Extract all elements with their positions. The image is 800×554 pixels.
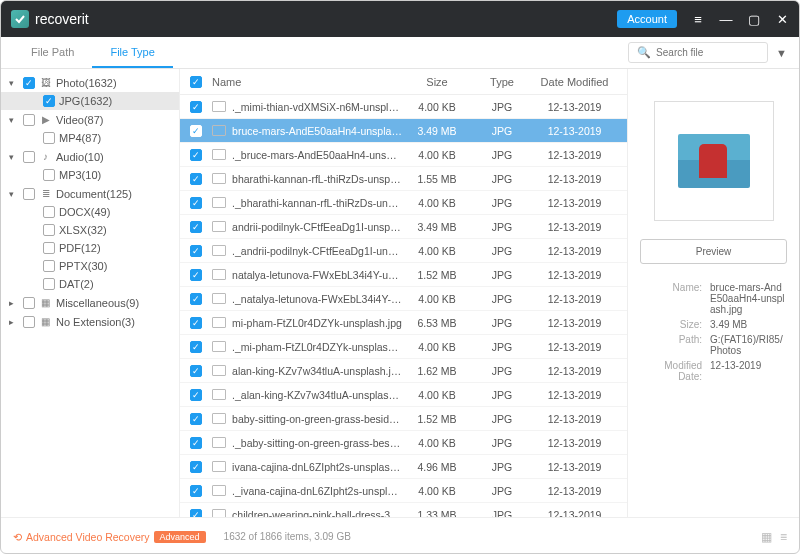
tab-file-path[interactable]: File Path <box>13 38 92 68</box>
table-row[interactable]: ✓ ivana-cajina-dnL6ZIpht2s-unsplash.jpg … <box>180 455 627 479</box>
preview-button[interactable]: Preview <box>640 239 787 264</box>
maximize-icon[interactable]: ▢ <box>747 12 761 26</box>
minimize-icon[interactable]: — <box>719 12 733 26</box>
file-icon <box>212 461 226 472</box>
row-checkbox[interactable]: ✓ <box>190 389 202 401</box>
table-row[interactable]: ✓ ._ivana-cajina-dnL6ZIpht2s-unsplash...… <box>180 479 627 503</box>
table-row[interactable]: ✓ children-wearing-pink-ball-dress-360..… <box>180 503 627 517</box>
table-row[interactable]: ✓ mi-pham-FtZL0r4DZYk-unsplash.jpg 6.53 … <box>180 311 627 335</box>
status-bar: ⟲ Advanced Video Recovery Advanced 1632 … <box>1 517 799 554</box>
sidebar-category[interactable]: ▸▦No Extension(3) <box>1 312 179 331</box>
table-body: ✓ ._mimi-thian-vdXMSiX-n6M-unsplash... 4… <box>180 95 627 517</box>
menu-icon[interactable]: ≡ <box>691 12 705 26</box>
table-row[interactable]: ✓ ._alan-king-KZv7w34tluA-unsplash.jpg 4… <box>180 383 627 407</box>
meta-size: 3.49 MB <box>710 319 787 330</box>
row-checkbox[interactable]: ✓ <box>190 149 202 161</box>
table-header: ✓ Name Size Type Date Modified <box>180 69 627 95</box>
col-type[interactable]: Type <box>472 76 532 88</box>
file-icon <box>212 221 226 232</box>
app-logo: recoverit <box>11 10 89 28</box>
sidebar-item[interactable]: MP4(87) <box>1 129 179 147</box>
row-checkbox[interactable]: ✓ <box>190 221 202 233</box>
table-row[interactable]: ✓ andrii-podilnyk-CFtfEeaDg1I-unspla... … <box>180 215 627 239</box>
file-icon <box>212 245 226 256</box>
sidebar-item[interactable]: DOCX(49) <box>1 203 179 221</box>
advanced-video-recovery[interactable]: ⟲ Advanced Video Recovery Advanced <box>13 531 206 543</box>
status-text: 1632 of 1866 items, 3.09 GB <box>224 531 351 542</box>
file-icon <box>212 485 226 496</box>
col-size[interactable]: Size <box>402 76 472 88</box>
file-list: ✓ Name Size Type Date Modified ✓ ._mimi-… <box>180 69 628 517</box>
row-checkbox[interactable]: ✓ <box>190 173 202 185</box>
list-view-icon[interactable]: ≡ <box>780 530 787 544</box>
file-icon <box>212 197 226 208</box>
table-row[interactable]: ✓ ._baby-sitting-on-green-grass-beside..… <box>180 431 627 455</box>
titlebar: recoverit Account ≡ — ▢ ✕ <box>1 1 799 37</box>
file-icon <box>212 341 226 352</box>
row-checkbox[interactable]: ✓ <box>190 341 202 353</box>
table-row[interactable]: ✓ ._bruce-mars-AndE50aaHn4-unsplas... 4.… <box>180 143 627 167</box>
sidebar-item[interactable]: MP3(10) <box>1 166 179 184</box>
file-icon <box>212 101 226 112</box>
preview-image <box>654 101 774 221</box>
row-checkbox[interactable]: ✓ <box>190 437 202 449</box>
sidebar: ▾✓🖼Photo(1632)✓JPG(1632)▾▶Video(87)MP4(8… <box>1 69 180 517</box>
file-icon <box>212 173 226 184</box>
row-checkbox[interactable]: ✓ <box>190 245 202 257</box>
col-date[interactable]: Date Modified <box>532 76 617 88</box>
table-row[interactable]: ✓ ._natalya-letunova-FWxEbL34i4Y-uns... … <box>180 287 627 311</box>
close-icon[interactable]: ✕ <box>775 12 789 26</box>
table-row[interactable]: ✓ ._mimi-thian-vdXMSiX-n6M-unsplash... 4… <box>180 95 627 119</box>
select-all-cb[interactable]: ✓ <box>190 76 202 88</box>
tab-file-type[interactable]: File Type <box>92 38 172 68</box>
sidebar-category[interactable]: ▾≣Document(125) <box>1 184 179 203</box>
meta-path: G:(FAT16)/RI85/Photos <box>710 334 787 356</box>
table-row[interactable]: ✓ bruce-mars-AndE50aaHn4-unsplash... 3.4… <box>180 119 627 143</box>
table-row[interactable]: ✓ baby-sitting-on-green-grass-beside-...… <box>180 407 627 431</box>
row-checkbox[interactable]: ✓ <box>190 413 202 425</box>
preview-panel: Preview Name:bruce-mars-AndE50aaHn4-unsp… <box>628 69 799 517</box>
sidebar-category[interactable]: ▾✓🖼Photo(1632) <box>1 73 179 92</box>
row-checkbox[interactable]: ✓ <box>190 461 202 473</box>
advanced-badge: Advanced <box>154 531 206 543</box>
table-row[interactable]: ✓ ._mi-pham-FtZL0r4DZYk-unsplash.jpg 4.0… <box>180 335 627 359</box>
filter-icon[interactable]: ▼ <box>776 47 787 59</box>
file-icon <box>212 269 226 280</box>
meta-name: bruce-mars-AndE50aaHn4-unsplash.jpg <box>710 282 787 315</box>
sidebar-item[interactable]: PDF(12) <box>1 239 179 257</box>
file-icon <box>212 125 226 136</box>
row-checkbox[interactable]: ✓ <box>190 101 202 113</box>
sidebar-item[interactable]: DAT(2) <box>1 275 179 293</box>
row-checkbox[interactable]: ✓ <box>190 317 202 329</box>
table-row[interactable]: ✓ bharathi-kannan-rfL-thiRzDs-unspla... … <box>180 167 627 191</box>
table-row[interactable]: ✓ ._bharathi-kannan-rfL-thiRzDs-unspl...… <box>180 191 627 215</box>
row-checkbox[interactable]: ✓ <box>190 125 202 137</box>
sidebar-item[interactable]: ✓JPG(1632) <box>1 92 179 110</box>
sidebar-category[interactable]: ▸▦Miscellaneous(9) <box>1 293 179 312</box>
table-row[interactable]: ✓ alan-king-KZv7w34tluA-unsplash.jpg 1.6… <box>180 359 627 383</box>
file-icon <box>212 149 226 160</box>
row-checkbox[interactable]: ✓ <box>190 365 202 377</box>
sidebar-item[interactable]: XLSX(32) <box>1 221 179 239</box>
row-checkbox[interactable]: ✓ <box>190 293 202 305</box>
refresh-icon: ⟲ <box>13 531 22 543</box>
file-icon <box>212 437 226 448</box>
row-checkbox[interactable]: ✓ <box>190 269 202 281</box>
meta-date: 12-13-2019 <box>710 360 787 382</box>
file-icon <box>212 317 226 328</box>
row-checkbox[interactable]: ✓ <box>190 509 202 517</box>
grid-view-icon[interactable]: ▦ <box>761 530 772 544</box>
search-icon: 🔍 <box>637 46 651 59</box>
row-checkbox[interactable]: ✓ <box>190 485 202 497</box>
account-button[interactable]: Account <box>617 10 677 28</box>
table-row[interactable]: ✓ natalya-letunova-FWxEbL34i4Y-unspl... … <box>180 263 627 287</box>
row-checkbox[interactable]: ✓ <box>190 197 202 209</box>
table-row[interactable]: ✓ ._andrii-podilnyk-CFtfEeaDg1I-unspla..… <box>180 239 627 263</box>
sidebar-category[interactable]: ▾▶Video(87) <box>1 110 179 129</box>
search-input[interactable]: 🔍 <box>628 42 768 63</box>
sidebar-category[interactable]: ▾♪Audio(10) <box>1 147 179 166</box>
col-name[interactable]: Name <box>212 76 402 88</box>
logo-icon <box>11 10 29 28</box>
search-field[interactable] <box>656 47 759 58</box>
sidebar-item[interactable]: PPTX(30) <box>1 257 179 275</box>
